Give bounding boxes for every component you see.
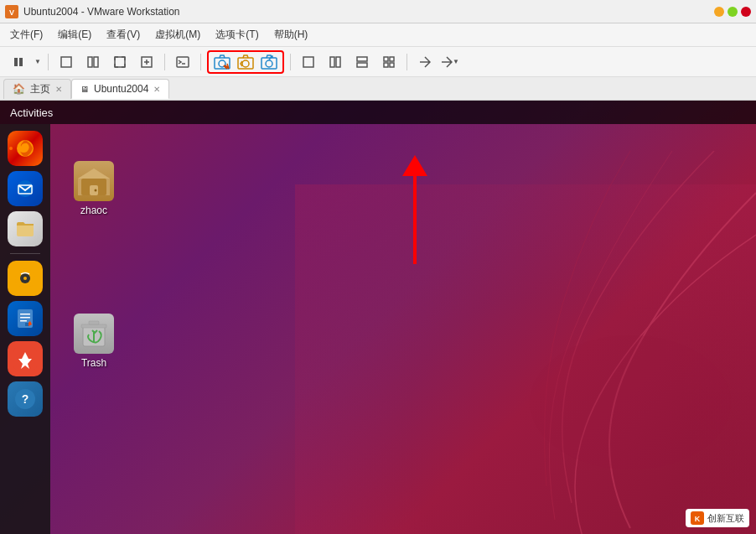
dock-separator (10, 253, 40, 254)
watermark: K 创新互联 (686, 509, 749, 527)
svg-rect-5 (88, 57, 92, 67)
svg-rect-19 (357, 57, 367, 61)
snapshot-manage-btn[interactable] (258, 53, 280, 71)
dock-help[interactable]: ? (8, 381, 43, 417)
svg-point-13 (242, 60, 249, 67)
svg-rect-4 (61, 57, 71, 67)
tab-ubuntu[interactable]: 🖥 Ubuntu2004 ✕ (71, 79, 169, 99)
svg-point-32 (23, 277, 27, 280)
tab-home[interactable]: 🏠 主页 ✕ (3, 79, 71, 99)
snapshot-take-btn[interactable] (211, 53, 233, 71)
dock-writer[interactable] (8, 301, 43, 336)
activities-bar: Activities (0, 101, 756, 124)
tab-bar: 🏠 主页 ✕ 🖥 Ubuntu2004 ✕ (0, 77, 756, 101)
svg-rect-17 (330, 57, 334, 67)
svg-point-15 (266, 60, 272, 67)
svg-rect-3 (19, 58, 23, 66)
view-split-btn[interactable] (81, 51, 105, 73)
svg-text:?: ? (22, 392, 29, 406)
svg-point-27 (17, 180, 34, 197)
svg-point-43 (95, 189, 97, 192)
toolbar-sep-4 (290, 54, 291, 70)
view-fullscreen-btn[interactable] (108, 51, 132, 73)
tab-ubuntu-label: Ubuntu2004 (94, 83, 148, 95)
trash-label: Trash (81, 357, 106, 369)
tab-ubuntu-icon: 🖥 (80, 85, 89, 94)
view-fit-btn[interactable] (135, 51, 158, 73)
svg-rect-35 (20, 317, 30, 319)
toolbar-sep-1 (48, 54, 49, 70)
svg-rect-18 (336, 57, 340, 67)
view-extra-dropdown[interactable]: ▼ (440, 55, 460, 69)
svg-rect-29 (17, 224, 34, 236)
svg-rect-6 (94, 57, 98, 67)
menu-edit[interactable]: 编辑(E) (51, 25, 98, 44)
title-bar: V Ubuntu2004 - VMware Workstation (0, 0, 756, 23)
win-arrange-1[interactable] (297, 51, 320, 73)
svg-rect-21 (384, 57, 388, 61)
close-btn[interactable] (741, 7, 751, 17)
win-arrange-3[interactable] (350, 51, 374, 73)
toolbar-sep-2 (164, 54, 165, 70)
svg-text:K: K (695, 515, 701, 523)
dock: ? (0, 124, 50, 534)
desktop-decoration (337, 151, 756, 534)
dock-appstore[interactable] (8, 341, 43, 376)
win-arrange-2[interactable] (324, 51, 347, 73)
ubuntu-desktop[interactable]: Activities (0, 101, 756, 534)
tab-ubuntu-close[interactable]: ✕ (153, 85, 160, 94)
minimize-btn[interactable] (714, 7, 724, 17)
toolbar-sep-5 (406, 54, 407, 70)
home-icon: 🏠 (13, 83, 25, 95)
window-controls (714, 7, 751, 17)
tab-home-close[interactable]: ✕ (55, 85, 62, 94)
snapshot-group (207, 50, 284, 74)
home-folder-icon (74, 161, 114, 201)
snapshot-revert-btn[interactable] (235, 53, 256, 71)
vm-area[interactable]: Activities (0, 101, 756, 534)
watermark-text: 创新互联 (707, 512, 744, 525)
desktop-icon-home[interactable]: zhaoc (70, 158, 117, 220)
toolbar-sep-3 (200, 54, 201, 70)
svg-rect-16 (303, 57, 313, 67)
trash-icon (74, 314, 114, 354)
dock-firefox[interactable] (8, 131, 43, 166)
dock-indicator-firefox (9, 147, 13, 150)
svg-rect-9 (177, 57, 189, 67)
svg-rect-7 (115, 57, 125, 67)
menu-view[interactable]: 查看(V) (100, 25, 147, 44)
view-normal-btn[interactable] (54, 51, 78, 73)
watermark-icon: K (691, 511, 704, 525)
menu-bar: 文件(F) 编辑(E) 查看(V) 虚拟机(M) 选项卡(T) 帮助(H) (0, 23, 756, 47)
maximize-btn[interactable] (728, 7, 738, 17)
svg-rect-22 (390, 57, 394, 61)
desktop-icon-trash[interactable]: Trash (70, 310, 117, 372)
dock-files[interactable] (8, 211, 43, 246)
svg-point-25 (530, 335, 731, 469)
pause-btn[interactable] (7, 51, 30, 73)
tab-home-label: 主页 (30, 82, 50, 96)
activities-label[interactable]: Activities (10, 106, 53, 119)
pause-dropdown[interactable]: ▼ (34, 57, 42, 66)
svg-rect-36 (20, 320, 27, 322)
view-extra-1[interactable] (413, 51, 437, 73)
menu-vm[interactable]: 虚拟机(M) (148, 25, 207, 44)
svg-rect-24 (390, 63, 394, 67)
title-text: Ubuntu2004 - VMware Workstation (23, 6, 709, 18)
menu-file[interactable]: 文件(F) (3, 25, 49, 44)
svg-rect-45 (81, 324, 106, 328)
menu-tabs[interactable]: 选项卡(T) (209, 25, 265, 44)
svg-rect-46 (89, 321, 99, 324)
dock-thunderbird[interactable] (8, 171, 43, 206)
dock-rhythmbox[interactable] (8, 261, 43, 296)
menu-help[interactable]: 帮助(H) (267, 25, 315, 44)
svg-text:V: V (9, 8, 14, 17)
terminal-btn[interactable] (171, 51, 194, 73)
toolbar: ▼ (0, 47, 756, 77)
vmware-icon: V (5, 5, 18, 18)
home-folder-label: zhaoc (80, 205, 107, 216)
svg-rect-2 (14, 58, 18, 66)
svg-rect-23 (384, 63, 388, 67)
win-arrange-4[interactable] (377, 51, 401, 73)
svg-rect-20 (357, 63, 367, 67)
